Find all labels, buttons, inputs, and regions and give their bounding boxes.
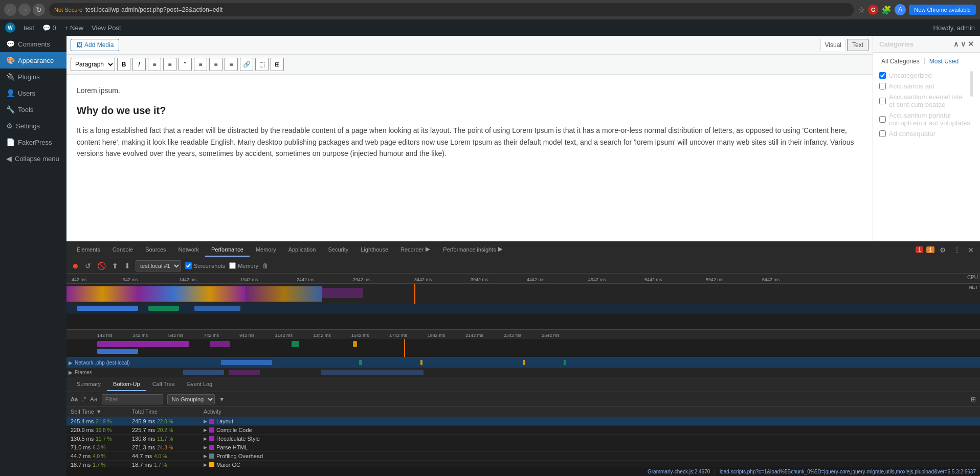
link-button[interactable]: 🔗 [240,58,253,71]
reload-button[interactable]: ↻ [33,4,45,16]
editor-content[interactable]: Lorem ipsum. Why do we use it? It is a l… [66,75,873,170]
network-expand-icon[interactable]: ▶ [69,360,73,366]
visual-tab[interactable]: Visual [820,39,846,51]
text-tab[interactable]: Text [847,39,868,51]
address-bar[interactable]: Not Secure test.local/wp-admin/post.php?… [49,3,854,16]
view-post-link[interactable]: View Post [92,24,121,32]
category-checkbox-ad-consequatur[interactable] [879,130,886,137]
tab-application[interactable]: Application [282,243,322,257]
table-row[interactable]: 44.7 ms 4.0 % 44.7 ms 4.0 % ▶ Profiling … [66,452,980,461]
align-right-button[interactable]: ≡ [225,58,238,71]
devtools-close-btn[interactable]: ✕ [966,245,976,255]
profile-icon[interactable]: A [895,4,906,15]
tab-performance[interactable]: Performance [205,243,250,257]
profile-select[interactable]: test.local #1 [136,260,181,271]
bookmark-icon[interactable]: ☆ [858,5,865,15]
sidebar-item-settings[interactable]: ⚙ Settings [0,118,66,134]
detail-ruler-4: 942 ms [239,333,255,338]
activity-color-dot-0 [209,419,214,424]
sidebar-item-collapse[interactable]: ◀ Collapse menu [0,150,66,167]
panel-expand-btn[interactable]: ∨ [961,40,966,48]
screenshots-checkbox[interactable] [185,262,192,269]
align-left-button[interactable]: ≡ [194,58,207,71]
col-total-time[interactable]: Total Time [128,406,199,417]
ruler-mark-1: 942 ms [123,277,138,282]
most-used-tab[interactable]: Most Used [927,57,961,66]
category-item-accusantium-eveniet: Accusantium eveniet iste et sunt cum bea… [879,92,969,110]
tab-network[interactable]: Network [172,243,205,257]
grouping-select[interactable]: No Grouping [167,394,215,404]
format-select[interactable]: Paragraph [71,58,115,71]
clear-button[interactable]: 🚫 [96,261,107,271]
blockquote-button[interactable]: " [179,58,192,71]
devtools-tabs: Elements Console Sources Network Perform… [71,243,509,257]
tab-console[interactable]: Console [106,243,139,257]
memory-checkbox[interactable] [229,262,236,269]
sidebar-item-comments[interactable]: 💬 Comments [0,36,66,52]
tab-bottom-up[interactable]: Bottom-Up [107,378,146,391]
tab-security[interactable]: Security [322,243,354,257]
sidebar-item-tools[interactable]: 🔧 Tools [0,101,66,118]
site-name[interactable]: test [24,24,34,32]
reload-profile-button[interactable]: ↺ [84,261,92,271]
panel-close-btn[interactable]: ✕ [968,40,974,48]
tab-recorder[interactable]: Recorder ⯈ [394,243,437,257]
screenshots-checkbox-label: Screenshots [185,262,225,269]
status-link-1[interactable]: Grammarly-check.js:2:4670 [648,469,710,474]
tab-lighthouse[interactable]: Lighthouse [354,243,394,257]
record-button[interactable]: ⏺ [71,261,80,271]
grammarly-icon[interactable]: G [868,5,878,15]
indent-button[interactable]: ⬚ [255,58,269,71]
chrome-update-button[interactable]: New Chrome available [909,5,976,15]
filter-input[interactable] [102,394,163,404]
table-row[interactable]: 245.4 ms 21.9 % 245.9 ms 22.0 % ▶ Layout [66,417,980,426]
download-button[interactable]: ⬇ [123,261,131,271]
sidebar-item-users[interactable]: 👤 Users [0,85,66,101]
sidebar-item-plugins[interactable]: 🔌 Plugins [0,69,66,85]
tab-sources[interactable]: Sources [139,243,172,257]
tab-elements[interactable]: Elements [71,243,106,257]
back-button[interactable]: ← [4,4,16,16]
tab-memory[interactable]: Memory [250,243,282,257]
sidebar-item-fakerpress[interactable]: 📄 FakerPress [0,134,66,150]
all-categories-tab[interactable]: All Categories [879,57,922,66]
upload-button[interactable]: ⬆ [111,261,119,271]
italic-button[interactable]: I [132,58,146,71]
category-checkbox-accusantium-eveniet[interactable] [879,98,886,104]
align-center-button[interactable]: ≡ [209,58,222,71]
col-self-time[interactable]: Self Time ▼ [66,406,128,417]
bold-button[interactable]: B [117,58,130,71]
expand-table-icon[interactable]: ⊞ [971,396,976,403]
table-row[interactable]: 71.0 ms 6.3 % 271.3 ms 24.3 % ▶ Parse HT… [66,443,980,452]
table-row[interactable]: 130.5 ms 11.7 % 130.8 ms 11.7 % ▶ Recalc… [66,435,980,443]
devtools-settings-btn[interactable]: ⚙ [938,245,948,255]
sidebar-item-appearance[interactable]: 🎨 Appearance [0,52,66,69]
tab-summary[interactable]: Summary [71,378,107,391]
tab-event-log[interactable]: Event Log [181,378,219,391]
category-checkbox-accusantium-pariatur[interactable] [879,116,886,123]
tools-icon: 🔧 [6,105,15,114]
filter-icon-regex[interactable]: .* [82,396,86,403]
toolbar-toggle-button[interactable]: ⊞ [271,58,284,71]
category-checkbox-accusamus[interactable] [879,83,886,89]
devtools-more-btn[interactable]: ⋮ [951,245,963,255]
table-row[interactable]: 18.7 ms 1.7 % 18.7 ms 1.7 % ▶ Major GC [66,461,980,467]
tab-call-tree[interactable]: Call Tree [146,378,181,391]
table-row[interactable]: 220.9 ms 19.8 % 225.7 ms 20.2 % ▶ Compil… [66,426,980,435]
comments-count[interactable]: 💬 0 [42,24,56,32]
ruler-mark-12: 6442 ms [762,277,780,282]
font-size-toggle[interactable]: Aa [71,396,78,402]
ordered-list-button[interactable]: ≡ [163,58,176,71]
new-content-button[interactable]: + New [64,24,83,32]
ruler-mark-8: 4442 ms [527,277,545,282]
frames-expand-icon[interactable]: ▶ [69,370,73,375]
extensions-icon[interactable]: 🧩 [881,5,892,15]
filter-icon-case[interactable]: Aa [90,396,98,403]
unordered-list-button[interactable]: ≡ [148,58,161,71]
panel-collapse-btn[interactable]: ∧ [953,40,959,48]
add-media-button[interactable]: 🖼 Add Media [71,39,119,51]
category-checkbox-uncategorized[interactable] [879,72,886,79]
forward-button[interactable]: → [18,4,31,16]
status-link-2[interactable]: load-scripts.php?c=1&load%5Bchunk_0%5D=j… [720,469,976,474]
tab-performance-insights[interactable]: Performance insights ⯈ [437,243,509,257]
